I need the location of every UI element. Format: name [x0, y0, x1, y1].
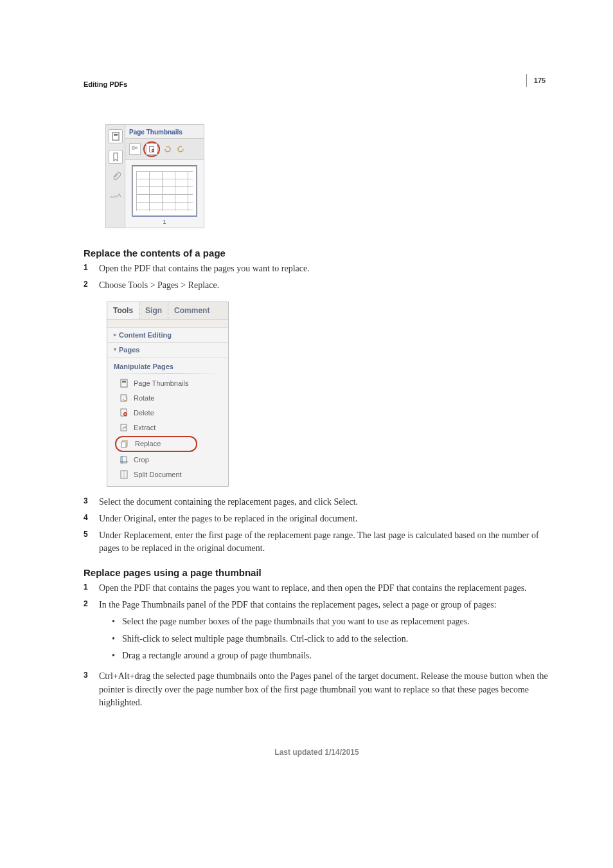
tab-tools: Tools — [107, 302, 139, 319]
substep-text: Shift-click to select multiple page thum… — [122, 633, 408, 646]
item-label: Page Thumbnails — [134, 379, 188, 387]
item-rotate: Rotate — [107, 391, 228, 406]
page-number: 175 — [526, 74, 550, 87]
row-content-editing: ▸ Content Editing — [107, 328, 228, 343]
substep-text: Select the page number boxes of the page… — [122, 615, 470, 628]
item-extract: Extract — [107, 420, 228, 435]
options-icon — [129, 143, 141, 155]
rotate-ccw-icon — [175, 144, 186, 154]
substep-text: Drag a rectangle around a group of page … — [122, 649, 312, 662]
signature-icon — [109, 190, 122, 203]
heading-replace-thumbnail: Replace pages using a page thumbnail — [84, 567, 550, 578]
extract-icon — [119, 423, 129, 433]
substep-item: Shift-click to select multiple page thum… — [112, 633, 550, 646]
substep-item: Select the page number boxes of the page… — [112, 615, 550, 628]
highlighted-toolbar-button — [143, 141, 160, 157]
page-thumbnail — [132, 165, 197, 217]
svg-rect-8 — [121, 379, 127, 387]
svg-rect-0 — [112, 132, 119, 140]
item-label: Delete — [134, 409, 154, 417]
section-manipulate-pages: Manipulate Pages — [107, 357, 228, 373]
item-delete: Delete — [107, 406, 228, 420]
page-thumbnails-icon — [119, 379, 129, 388]
delete-page-icon — [146, 143, 157, 155]
replace-icon — [120, 439, 130, 449]
svg-rect-2 — [132, 147, 134, 149]
step-item: 5Under Replacement, enter the first page… — [84, 529, 550, 556]
step-item: 3Select the document containing the repl… — [84, 496, 550, 509]
item-crop: Crop — [107, 453, 228, 467]
section-header: Editing PDFs — [84, 80, 550, 88]
figure-tools-panel: Tools Sign Comment ▸ Content Editing ▾ P… — [107, 302, 550, 487]
split-document-icon — [119, 470, 129, 480]
page-thumbnails-icon — [109, 129, 123, 143]
step-text: In the Page Thumbnails panel of the PDF … — [99, 600, 497, 610]
step-item: 4Under Original, enter the pages to be r… — [84, 512, 550, 525]
thumbnails-panel-title: Page Thumbnails — [125, 125, 204, 139]
step-text: Ctrl+Alt+drag the selected page thumbnai… — [99, 670, 550, 709]
svg-rect-1 — [114, 134, 118, 136]
step-item: 1Open the PDF that contains the pages yo… — [84, 262, 550, 275]
row-pages: ▾ Pages — [107, 343, 228, 357]
tab-comment: Comment — [168, 302, 215, 319]
row-label: Content Editing — [119, 331, 172, 339]
item-label: Crop — [134, 456, 149, 464]
item-page-thumbnails: Page Thumbnails — [107, 376, 228, 391]
bookmark-icon — [109, 150, 123, 164]
expanded-arrow-icon: ▾ — [114, 347, 116, 352]
step-text: Under Replacement, enter the first page … — [99, 529, 550, 556]
thumbnail-page-number: 1 — [129, 219, 200, 225]
step-text: Open the PDF that contains the pages you… — [99, 262, 550, 275]
rotate-icon — [119, 393, 129, 403]
step-item: 3Ctrl+Alt+drag the selected page thumbna… — [84, 670, 550, 709]
row-label: Pages — [119, 346, 139, 354]
delete-icon — [119, 408, 129, 418]
step-text: Under Original, enter the pages to be re… — [99, 512, 550, 525]
svg-rect-9 — [122, 381, 126, 383]
tab-sign: Sign — [139, 302, 168, 319]
heading-replace-contents: Replace the contents of a page — [84, 248, 550, 258]
rotate-cw-icon — [163, 144, 173, 154]
item-label: Split Document — [134, 471, 182, 478]
crop-icon — [119, 455, 129, 465]
attachment-icon — [109, 170, 122, 183]
collapsed-arrow-icon: ▸ — [114, 332, 116, 338]
step-text: Open the PDF that contains the pages you… — [99, 582, 550, 595]
substep-item: Drag a rectangle around a group of page … — [112, 649, 550, 662]
step-item: 2Choose Tools > Pages > Replace. — [84, 279, 550, 292]
footer-last-updated: Last updated 1/14/2015 — [84, 748, 550, 757]
figure-thumbnails-panel: Page Thumbnails — [105, 124, 550, 228]
step-text: Choose Tools > Pages > Replace. — [99, 279, 550, 292]
item-label: Rotate — [134, 394, 154, 402]
step-item: 1Open the PDF that contains the pages yo… — [84, 582, 550, 595]
step-item: 2 In the Page Thumbnails panel of the PD… — [84, 599, 550, 666]
svg-rect-16 — [121, 442, 126, 448]
item-label: Replace — [135, 440, 161, 448]
item-label: Extract — [134, 424, 155, 431]
item-replace-highlighted: Replace — [115, 436, 197, 452]
item-split-document: Split Document — [107, 467, 228, 486]
step-text: Select the document containing the repla… — [99, 496, 550, 509]
